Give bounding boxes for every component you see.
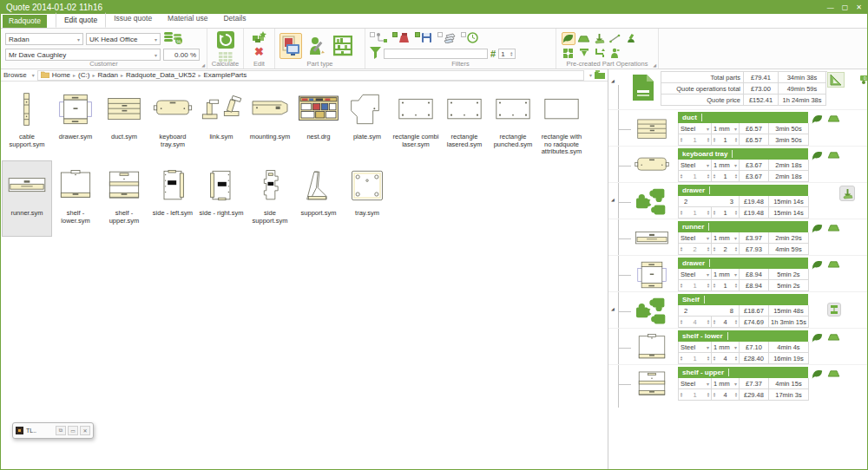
thickness-select[interactable]: 1 mm▾: [712, 378, 740, 389]
spinner-arrows-icon[interactable]: ▲▼: [734, 356, 738, 361]
filter-toggle[interactable]: [461, 32, 478, 45]
eco-leaf-icon[interactable]: [812, 114, 823, 126]
part-row[interactable]: shelf - lowerSteel▾1 mm▾£7.104min 4s▲▼1▲…: [608, 328, 867, 364]
eco-leaf-icon[interactable]: [812, 260, 823, 271]
measure-operation-icon[interactable]: [608, 32, 622, 45]
spinner-arrows-icon[interactable]: ▲▼: [707, 319, 710, 324]
delete-cross-icon[interactable]: ✖: [254, 47, 264, 57]
checkbox[interactable]: [392, 32, 398, 37]
spinner-arrows-icon[interactable]: ▲▼: [713, 210, 716, 215]
quantity-spinner[interactable]: ▲▼4▲▼: [712, 389, 740, 401]
browse-button[interactable]: Browse: [3, 71, 27, 79]
quantity-stepper[interactable]: 1 ▲▼: [498, 49, 516, 59]
file-item[interactable]: runner.sym: [3, 161, 51, 236]
checkbox[interactable]: [461, 32, 466, 37]
part-row[interactable]: shelf - upperSteel▾1 mm▾£7.374min 15s▲▼1…: [608, 364, 867, 401]
breadcrumb-item[interactable]: Home: [52, 71, 70, 79]
file-item[interactable]: shelf - lower.sym: [51, 161, 100, 236]
maximize-button[interactable]: ▢: [842, 3, 849, 11]
bend-operation-icon[interactable]: [827, 260, 840, 270]
spinner-arrows-icon[interactable]: ▲▼: [680, 392, 683, 397]
checkbox[interactable]: [437, 32, 443, 37]
spinner-arrows-icon[interactable]: ▲▼: [680, 173, 683, 179]
quantity-spinner[interactable]: ▲▼4▲▼: [712, 353, 740, 364]
material-select[interactable]: Steel▾: [679, 269, 712, 280]
thickness-select[interactable]: 1 mm▾: [712, 342, 740, 353]
spinner-arrows-icon[interactable]: ▲▼: [707, 246, 710, 251]
app-menu-button[interactable]: Radquote: [3, 15, 47, 28]
spinner-arrows-icon[interactable]: ▲▼: [707, 210, 710, 215]
file-item[interactable]: side - right.sym: [197, 161, 246, 236]
file-item[interactable]: drawer.sym: [51, 85, 100, 160]
filter-toggle[interactable]: [370, 32, 387, 45]
file-item[interactable]: link.sym: [197, 85, 246, 160]
spinner-arrows-icon[interactable]: ▲▼: [707, 173, 710, 179]
minimize-button[interactable]: —: [827, 3, 834, 11]
quantity-spinner[interactable]: ▲▼2▲▼: [679, 244, 712, 255]
customer-company-select[interactable]: Radan▾: [5, 33, 83, 45]
file-item[interactable]: rectangle with no radquote attributes.sy…: [537, 85, 586, 160]
customer-contact-select[interactable]: Mr Dave Caughley▾: [5, 49, 161, 61]
thickness-select[interactable]: 1 mm▾: [712, 123, 740, 134]
single-part-type-button[interactable]: [279, 33, 302, 59]
tab-material-use[interactable]: Material use: [160, 12, 215, 28]
file-item[interactable]: duct.sym: [100, 85, 148, 160]
quantity-spinner[interactable]: ▲▼1▲▼: [679, 207, 712, 219]
assembly-row[interactable]: ◢ Shelf28£18.6715min 48s▲▼4▲▼▲▼4▲▼£74.69…: [608, 291, 867, 328]
tab-details[interactable]: Details: [215, 12, 253, 28]
checkbox[interactable]: [415, 32, 420, 37]
assembly-part-type-button[interactable]: [332, 33, 354, 59]
part-row[interactable]: ductSteel▾1 mm▾£6.573min 50s▲▼1▲▼▲▼1▲▼£6…: [608, 109, 867, 146]
dialog-launcher-icon[interactable]: ◢: [653, 62, 656, 68]
file-item[interactable]: support.sym: [294, 161, 343, 236]
spinner-arrows-icon[interactable]: ▲▼: [680, 283, 683, 288]
tab-edit-quote[interactable]: Edit quote: [56, 12, 106, 28]
thickness-select[interactable]: 1 mm▾: [712, 160, 740, 171]
quantity-spinner[interactable]: ▲▼1▲▼: [679, 134, 712, 146]
spinner-arrows-icon[interactable]: ▲▼: [734, 173, 738, 179]
file-item[interactable]: plate.sym: [343, 85, 391, 160]
filter-toggle[interactable]: [392, 32, 410, 45]
quantity-spinner[interactable]: ▲▼1▲▼: [712, 207, 740, 219]
recalculate-button[interactable]: [217, 31, 234, 50]
import-operation-icon[interactable]: [593, 32, 607, 45]
assembly-row[interactable]: ◢ drawer23£19.4815min 14s▲▼1▲▼▲▼1▲▼£19.4…: [608, 182, 867, 219]
spinner-arrows-icon[interactable]: ▲▼: [713, 173, 716, 179]
part-row[interactable]: drawerSteel▾1 mm▾£8.945min 2s▲▼1▲▼▲▼1▲▼£…: [608, 255, 867, 291]
file-item[interactable]: shelf - upper.sym: [100, 161, 148, 236]
spinner-arrows-icon[interactable]: ▲▼: [713, 356, 716, 361]
spinner-arrows-icon[interactable]: ▲▼: [707, 392, 710, 397]
maximize-icon[interactable]: ▭: [68, 426, 78, 435]
add-part-icon[interactable]: [252, 31, 266, 45]
breadcrumb-item[interactable]: (C:): [78, 71, 89, 79]
spinner-arrows-icon[interactable]: ▲▼: [713, 137, 716, 142]
bend-operation-icon[interactable]: [827, 114, 840, 124]
quantity-spinner[interactable]: ▲▼1▲▼: [712, 280, 740, 291]
spinner-arrows-icon[interactable]: ▲▼: [510, 51, 513, 56]
set-square-icon[interactable]: [827, 72, 845, 88]
discount-field[interactable]: 0.00 %: [163, 49, 200, 61]
tree-expander-icon[interactable]: ◢: [611, 197, 615, 202]
spinner-arrows-icon[interactable]: ▲▼: [713, 246, 716, 251]
file-item[interactable]: keyboard tray.sym: [148, 85, 197, 160]
material-select[interactable]: Steel▾: [679, 342, 712, 353]
spinner-arrows-icon[interactable]: ▲▼: [680, 137, 683, 142]
leaf-operation-icon[interactable]: [562, 32, 575, 45]
dialog-launcher-icon[interactable]: ◢: [201, 62, 205, 68]
spinner-arrows-icon[interactable]: ▲▼: [707, 356, 710, 361]
quantity-spinner[interactable]: ▲▼4▲▼: [712, 317, 740, 328]
close-icon[interactable]: ✕: [80, 426, 90, 435]
tree-expander-icon[interactable]: ◢: [611, 78, 615, 83]
file-item[interactable]: cable support.sym: [3, 85, 51, 160]
spinner-arrows-icon[interactable]: ▲▼: [680, 246, 683, 251]
spinner-arrows-icon[interactable]: ▲▼: [713, 392, 716, 397]
thickness-select[interactable]: 1 mm▾: [712, 232, 740, 244]
breadcrumb-item[interactable]: Radan: [97, 71, 118, 79]
file-item[interactable]: rectangle punched.sym: [489, 85, 537, 160]
spinner-arrows-icon[interactable]: ▲▼: [707, 137, 710, 142]
material-select[interactable]: Steel▾: [679, 378, 712, 389]
spinner-arrows-icon[interactable]: ▲▼: [734, 210, 738, 215]
open-folder-button[interactable]: [595, 70, 605, 81]
material-select[interactable]: Steel▾: [679, 232, 712, 244]
file-item[interactable]: rectangle combi laser.sym: [391, 85, 440, 160]
